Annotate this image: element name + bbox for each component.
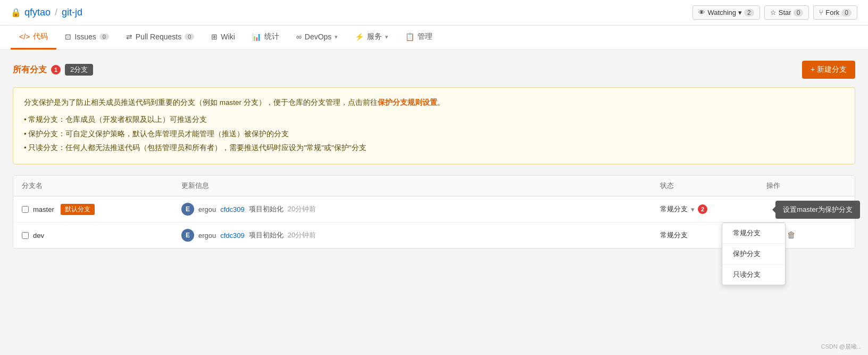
eye-icon: 👁 — [698, 9, 705, 16]
master-name: master — [33, 205, 54, 213]
code-icon: </> — [19, 32, 30, 41]
tab-stats-label: 统计 — [264, 32, 279, 42]
info-box: 分支保护是为了防止相关成员推送代码到重要的分支（例如 master 分支），便于… — [13, 87, 855, 164]
info-item-3: 只读分支：任何人都无法推送代码（包括管理员和所有者），需要推送代码时应设为"常规… — [24, 142, 844, 154]
stats-icon: 📊 — [252, 32, 261, 41]
pr-icon: ⇄ — [126, 32, 132, 41]
manage-icon: 📋 — [405, 32, 414, 41]
section-title-group: 所有分支 1 2分支 — [13, 64, 93, 76]
tab-issues-label: Issues — [74, 32, 96, 41]
master-checkbox[interactable] — [22, 206, 29, 213]
col-actions: 操作 — [766, 181, 846, 191]
fork-icon: ⑂ — [819, 9, 823, 16]
dev-checkbox[interactable] — [22, 232, 29, 239]
branch-count-badge: 2分支 — [65, 64, 93, 76]
master-branch-name-cell: master 默认分支 — [22, 204, 181, 215]
services-arrow: ▾ — [385, 34, 388, 40]
new-branch-button[interactable]: + 新建分支 — [802, 61, 855, 79]
branch-type-dropdown: 常规分支 保护分支 只读分支 — [722, 222, 786, 285]
fork-count: 0 — [841, 9, 852, 16]
lock-icon: 🔒 — [11, 7, 21, 18]
dev-avatar: E — [181, 229, 194, 242]
col-update-info: 更新信息 — [181, 181, 660, 191]
tab-manage[interactable]: 📋 管理 — [397, 26, 441, 49]
dev-update-cell: E ergou cfdc309 项目初始化 20分钟前 — [181, 229, 660, 242]
top-header: 🔒 qfytao / git-jd 👁 Watching ▾ 2 ☆ Star … — [0, 0, 868, 26]
dev-branch-type: 常规分支 — [660, 230, 688, 240]
dev-message: 项目初始化 — [249, 230, 283, 240]
repo-title: 🔒 qfytao / git-jd — [11, 7, 82, 18]
master-dropdown-arrow[interactable]: ▾ — [691, 205, 695, 213]
section-title: 所有分支 — [13, 64, 47, 76]
table-row: dev E ergou cfdc309 项目初始化 20分钟前 常规分支 ⬇ ⑂… — [13, 222, 855, 248]
info-box-link[interactable]: 保护分支规则设置 — [378, 98, 437, 106]
dev-name: dev — [33, 232, 44, 240]
master-author: ergou — [198, 205, 216, 213]
watching-button[interactable]: 👁 Watching ▾ 2 — [692, 5, 760, 20]
chevron-down-icon: ▾ — [738, 9, 742, 16]
wiki-icon: ⊞ — [211, 32, 218, 41]
fork-button[interactable]: ⑂ Fork 0 — [813, 5, 857, 20]
section-header: 所有分支 1 2分支 + 新建分支 — [13, 61, 855, 79]
master-message: 项目初始化 — [249, 204, 283, 214]
slash: / — [55, 7, 57, 18]
dev-author: ergou — [198, 232, 216, 240]
main-content: 所有分支 1 2分支 + 新建分支 分支保护是为了防止相关成员推送代码到重要的分… — [0, 50, 868, 316]
tab-devops-label: DevOps — [305, 32, 332, 41]
tab-code[interactable]: </> 代码 — [11, 26, 56, 49]
devops-icon: ∞ — [296, 32, 302, 41]
master-commit[interactable]: cfdc309 — [220, 205, 245, 213]
tab-pull-requests[interactable]: ⇄ Pull Requests 0 — [118, 26, 203, 49]
master-protect-tooltip: 设置master为保护分支 — [775, 201, 860, 219]
repo-name[interactable]: git-jd — [62, 7, 82, 18]
issues-icon: ⊡ — [65, 32, 71, 41]
table-row: master 默认分支 E ergou cfdc309 项目初始化 20分钟前 … — [13, 196, 855, 222]
master-num-badge: 2 — [698, 204, 707, 214]
dropdown-item-regular[interactable]: 常规分支 — [722, 223, 785, 244]
repo-owner[interactable]: qfytao — [24, 7, 51, 18]
col-status: 状态 — [660, 181, 766, 191]
nav-tabs: </> 代码 ⊡ Issues 0 ⇄ Pull Requests 0 ⊞ Wi… — [0, 26, 868, 50]
issues-badge: 0 — [99, 34, 109, 40]
fork-label: Fork — [825, 9, 839, 16]
tab-stats[interactable]: 📊 统计 — [244, 26, 288, 49]
dev-time: 20分钟前 — [288, 230, 316, 240]
master-status-cell: 常规分支 ▾ 2 — [660, 204, 766, 214]
info-box-title: 分支保护是为了防止相关成员推送代码到重要的分支（例如 master 分支），便于… — [24, 96, 844, 109]
delete-icon[interactable]: 🗑 — [787, 230, 796, 240]
col-branch-name: 分支名 — [22, 181, 181, 191]
info-box-list: 常规分支：仓库成员（开发者权限及以上）可推送分支 保护分支：可自定义保护策略，默… — [24, 113, 844, 154]
tab-devops[interactable]: ∞ DevOps ▾ — [288, 26, 347, 49]
tab-services[interactable]: ⚡ 服务 ▾ — [346, 26, 397, 49]
info-item-1: 常规分支：仓库成员（开发者权限及以上）可推送分支 — [24, 113, 844, 126]
dev-commit[interactable]: cfdc309 — [220, 232, 245, 240]
star-icon: ☆ — [770, 9, 777, 16]
services-icon: ⚡ — [355, 32, 364, 41]
star-label: Star — [779, 9, 791, 16]
star-button[interactable]: ☆ Star 0 — [764, 5, 809, 20]
table-header: 分支名 更新信息 状态 操作 — [13, 176, 855, 196]
tab-issues[interactable]: ⊡ Issues 0 — [56, 26, 118, 49]
branch-table: 分支名 更新信息 状态 操作 master 默认分支 E ergou cfdc3… — [13, 175, 855, 249]
tab-wiki-label: Wiki — [221, 32, 235, 41]
pr-badge: 0 — [185, 34, 194, 40]
tab-code-label: 代码 — [33, 32, 48, 42]
info-end-text: 。 — [437, 98, 445, 106]
dropdown-item-readonly[interactable]: 只读分支 — [722, 265, 785, 285]
section-badge-num: 1 — [51, 65, 61, 75]
tab-services-label: 服务 — [367, 32, 382, 42]
header-actions: 👁 Watching ▾ 2 ☆ Star 0 ⑂ Fork 0 — [692, 5, 857, 20]
watching-label: Watching — [707, 9, 736, 16]
master-time: 20分钟前 — [288, 204, 316, 214]
default-branch-badge: 默认分支 — [61, 204, 95, 215]
dropdown-item-protected[interactable]: 保护分支 — [722, 244, 785, 265]
master-update-cell: E ergou cfdc309 项目初始化 20分钟前 — [181, 203, 660, 216]
master-branch-type: 常规分支 — [660, 204, 688, 214]
watching-count: 2 — [744, 9, 754, 16]
tab-wiki[interactable]: ⊞ Wiki — [203, 26, 243, 49]
devops-arrow: ▾ — [335, 34, 338, 40]
star-count: 0 — [794, 9, 804, 16]
tab-manage-label: 管理 — [418, 32, 432, 42]
master-avatar: E — [181, 203, 194, 216]
dev-branch-name-cell: dev — [22, 232, 181, 240]
